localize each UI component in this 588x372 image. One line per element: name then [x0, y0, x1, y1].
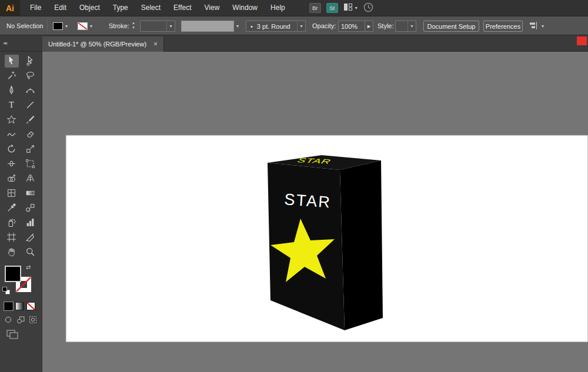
stepper-down-icon[interactable]: ▼	[132, 25, 135, 30]
default-fill-stroke-icon[interactable]	[2, 287, 10, 294]
bridge-button[interactable]: Br	[309, 3, 321, 13]
column-graph-tool[interactable]	[21, 215, 40, 230]
brush-dot-icon: •	[250, 23, 253, 30]
profile-chevron-icon[interactable]: ▾	[236, 24, 239, 29]
opacity-panel-arrow[interactable]: ▸	[365, 21, 373, 32]
canvas[interactable]: STAR STAR	[42, 52, 588, 372]
sync-status-icon[interactable]	[363, 2, 374, 15]
star-tool[interactable]	[2, 112, 21, 127]
stroke-weight-combobox[interactable]: ▾	[140, 21, 175, 32]
magic-wand-tool[interactable]	[2, 68, 21, 83]
gradient-tool[interactable]	[21, 186, 40, 200]
curvature-tool-icon	[24, 84, 38, 97]
selection-status: No Selection	[6, 22, 43, 29]
chevron-down-icon[interactable]: ▾	[407, 21, 416, 31]
rotate-tool[interactable]	[2, 142, 21, 156]
document-tab[interactable]: Untitled-1* @ 50% (RGB/Preview) ×	[42, 36, 164, 52]
brush-definition-dropdown[interactable]: • 3 pt. Round ▾	[246, 21, 306, 32]
menu-object[interactable]: Object	[73, 0, 106, 16]
eyedropper-tool-icon	[5, 202, 19, 215]
direct-selection-tool[interactable]	[21, 53, 40, 68]
paintbrush-tool[interactable]	[21, 112, 40, 127]
box-side-face	[340, 160, 383, 330]
stroke-weight-stepper[interactable]: ▲ ▼	[132, 21, 135, 30]
draw-normal-icon[interactable]	[3, 315, 14, 327]
document-setup-button[interactable]: Document Setup	[423, 21, 479, 32]
mesh-tool-icon	[5, 187, 19, 200]
illustrator-window: Ai FileEditObjectTypeSelectEffectViewWin…	[0, 0, 588, 372]
screen-mode-button[interactable]	[6, 329, 20, 342]
scale-tool[interactable]	[21, 142, 40, 156]
red-indicator	[577, 36, 587, 45]
menu-type[interactable]: Type	[106, 0, 135, 16]
stock-button[interactable]: St	[326, 3, 338, 13]
workspace-switcher[interactable]: ▾	[343, 3, 358, 13]
preferences-button[interactable]: Preferences	[483, 21, 523, 32]
stepper-up-icon[interactable]: ▲	[132, 21, 135, 25]
star-tool-icon	[5, 113, 19, 126]
none-mode-button[interactable]	[26, 302, 35, 310]
chevron-down-icon[interactable]: ▾	[297, 21, 305, 31]
opacity-field[interactable]: 100%	[338, 21, 365, 32]
shape-builder-tool[interactable]	[2, 171, 21, 186]
type-tool[interactable]: T	[2, 98, 21, 112]
collapse-tools-panel-icon[interactable]: ◂◂	[3, 40, 6, 46]
menu-window[interactable]: Window	[226, 0, 264, 16]
symbol-sprayer-tool[interactable]	[2, 215, 21, 230]
color-mode-button[interactable]	[4, 302, 13, 310]
lasso-tool[interactable]	[21, 68, 40, 83]
star-box-artwork[interactable]: STAR STAR	[268, 155, 383, 330]
chevron-down-icon[interactable]: ▾	[166, 21, 175, 31]
mesh-tool[interactable]	[2, 186, 21, 200]
selection-tool-icon	[5, 55, 19, 68]
slice-tool[interactable]	[21, 230, 40, 244]
pen-tool[interactable]	[2, 83, 21, 98]
artboard-tool[interactable]	[2, 230, 21, 244]
tools-panel: T ⇄	[0, 52, 42, 372]
blend-tool[interactable]	[21, 200, 40, 215]
menu-help[interactable]: Help	[264, 0, 292, 16]
lasso-tool-icon	[24, 69, 38, 82]
menu-effect[interactable]: Effect	[167, 0, 198, 16]
eyedropper-tool[interactable]	[2, 200, 21, 215]
draw-inside-icon[interactable]	[28, 315, 38, 327]
stroke-chevron-icon[interactable]: ▾	[90, 24, 92, 29]
stroke-color-swatch[interactable]	[78, 22, 88, 30]
menu-edit[interactable]: Edit	[48, 0, 73, 16]
swap-fill-stroke-icon[interactable]: ⇄	[26, 264, 31, 270]
gradient-mode-button[interactable]	[15, 302, 24, 310]
shaper-tool[interactable]	[2, 127, 21, 142]
slice-tool-icon	[24, 231, 38, 244]
line-segment-tool[interactable]	[21, 98, 40, 112]
menu-file[interactable]: File	[24, 0, 48, 16]
rotate-tool-icon	[5, 143, 19, 156]
fill-color-swatch[interactable]	[53, 22, 63, 30]
app-bar-icons: Br St ▾	[309, 2, 374, 15]
tab-close-icon[interactable]: ×	[153, 40, 158, 48]
style-dropdown[interactable]: ▾	[395, 21, 416, 32]
opacity-label: Opacity:	[312, 22, 336, 29]
magic-wand-tool-icon	[5, 69, 19, 82]
align-chevron-icon[interactable]: ▾	[542, 24, 544, 29]
width-tool[interactable]	[2, 156, 21, 171]
curvature-tool[interactable]	[21, 83, 40, 98]
control-bar: No Selection ▾ ▾ Stroke: ▲ ▼ ▾ ▾ • 3 pt.…	[0, 16, 588, 35]
zoom-tool[interactable]	[21, 244, 40, 259]
menu-view[interactable]: View	[198, 0, 226, 16]
perspective-grid-tool-icon	[24, 172, 38, 185]
illustrator-logo: Ai	[0, 0, 20, 16]
hand-tool[interactable]	[2, 244, 21, 259]
shape-builder-tool-icon	[5, 172, 19, 185]
align-icon[interactable]	[528, 21, 540, 31]
draw-behind-icon[interactable]	[15, 315, 26, 327]
eraser-tool[interactable]	[21, 127, 40, 142]
fill-chevron-icon[interactable]: ▾	[65, 24, 68, 29]
default-fill-mini	[2, 287, 7, 291]
fill-swatch[interactable]	[5, 266, 21, 282]
perspective-grid-tool[interactable]	[21, 171, 40, 186]
selection-tool[interactable]	[2, 53, 21, 68]
free-transform-tool[interactable]	[21, 156, 40, 171]
artboard-tool-icon	[5, 231, 19, 244]
menu-select[interactable]: Select	[135, 0, 167, 16]
variable-width-profile-box	[181, 21, 234, 32]
